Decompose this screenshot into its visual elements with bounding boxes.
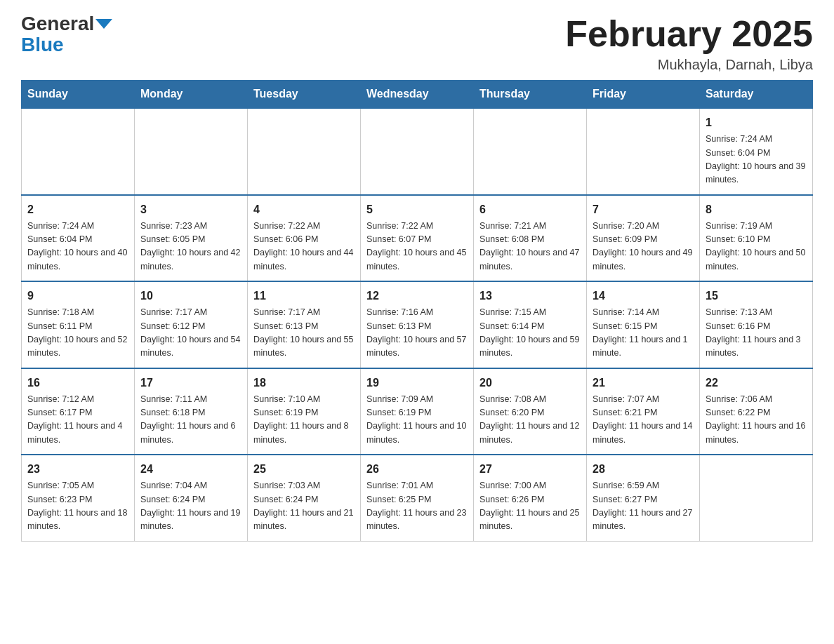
day-info: Sunrise: 7:11 AMSunset: 6:18 PMDaylight:… <box>140 393 241 448</box>
table-row <box>135 108 248 195</box>
day-info: Sunrise: 7:17 AMSunset: 6:13 PMDaylight:… <box>253 306 355 361</box>
table-row <box>361 108 474 195</box>
calendar-table: Sunday Monday Tuesday Wednesday Thursday… <box>21 80 813 542</box>
col-saturday: Saturday <box>700 81 813 109</box>
day-info: Sunrise: 6:59 AMSunset: 6:27 PMDaylight:… <box>593 479 694 534</box>
day-info: Sunrise: 7:00 AMSunset: 6:26 PMDaylight:… <box>479 479 581 534</box>
table-row: 11Sunrise: 7:17 AMSunset: 6:13 PMDayligh… <box>248 281 361 368</box>
col-thursday: Thursday <box>474 81 587 109</box>
day-number: 6 <box>479 201 581 218</box>
day-info: Sunrise: 7:14 AMSunset: 6:15 PMDaylight:… <box>593 306 694 361</box>
day-number: 19 <box>366 375 468 391</box>
day-info: Sunrise: 7:16 AMSunset: 6:13 PMDaylight:… <box>366 306 468 361</box>
day-number: 16 <box>27 375 128 391</box>
location-text: Mukhayla, Darnah, Libya <box>565 57 813 73</box>
day-number: 26 <box>366 461 468 478</box>
day-info: Sunrise: 7:12 AMSunset: 6:17 PMDaylight:… <box>27 393 128 448</box>
day-info: Sunrise: 7:10 AMSunset: 6:19 PMDaylight:… <box>253 393 355 448</box>
table-row: 8Sunrise: 7:19 AMSunset: 6:10 PMDaylight… <box>700 195 813 282</box>
table-row: 4Sunrise: 7:22 AMSunset: 6:06 PMDaylight… <box>248 195 361 282</box>
day-number: 11 <box>253 288 355 304</box>
table-row: 13Sunrise: 7:15 AMSunset: 6:14 PMDayligh… <box>474 281 587 368</box>
day-info: Sunrise: 7:07 AMSunset: 6:21 PMDaylight:… <box>593 393 694 448</box>
table-row: 19Sunrise: 7:09 AMSunset: 6:19 PMDayligh… <box>361 368 474 455</box>
table-row: 21Sunrise: 7:07 AMSunset: 6:21 PMDayligh… <box>587 368 700 455</box>
table-row: 15Sunrise: 7:13 AMSunset: 6:16 PMDayligh… <box>700 281 813 368</box>
table-row: 26Sunrise: 7:01 AMSunset: 6:25 PMDayligh… <box>361 455 474 541</box>
logo-arrow-icon <box>95 19 112 29</box>
calendar-header-row: Sunday Monday Tuesday Wednesday Thursday… <box>22 81 813 109</box>
month-title: February 2025 <box>565 14 813 54</box>
day-number: 22 <box>706 375 807 391</box>
day-number: 7 <box>593 201 694 218</box>
day-number: 2 <box>27 201 128 218</box>
table-row: 12Sunrise: 7:16 AMSunset: 6:13 PMDayligh… <box>361 281 474 368</box>
day-number: 20 <box>479 375 581 391</box>
day-number: 4 <box>253 201 355 218</box>
col-wednesday: Wednesday <box>361 81 474 109</box>
day-number: 28 <box>593 461 694 478</box>
day-info: Sunrise: 7:06 AMSunset: 6:22 PMDaylight:… <box>706 393 807 448</box>
table-row: 2Sunrise: 7:24 AMSunset: 6:04 PMDaylight… <box>22 195 135 282</box>
day-info: Sunrise: 7:08 AMSunset: 6:20 PMDaylight:… <box>479 393 581 448</box>
table-row: 3Sunrise: 7:23 AMSunset: 6:05 PMDaylight… <box>135 195 248 282</box>
table-row <box>248 108 361 195</box>
day-info: Sunrise: 7:13 AMSunset: 6:16 PMDaylight:… <box>706 306 807 361</box>
table-row <box>700 455 813 541</box>
day-number: 8 <box>706 201 807 218</box>
page-header: General Blue February 2025 Mukhayla, Dar… <box>21 14 813 73</box>
day-info: Sunrise: 7:17 AMSunset: 6:12 PMDaylight:… <box>140 306 241 361</box>
day-info: Sunrise: 7:21 AMSunset: 6:08 PMDaylight:… <box>479 220 581 274</box>
day-info: Sunrise: 7:15 AMSunset: 6:14 PMDaylight:… <box>479 306 581 361</box>
calendar-week-row: 2Sunrise: 7:24 AMSunset: 6:04 PMDaylight… <box>22 195 813 282</box>
day-number: 1 <box>706 114 807 131</box>
logo-main-text: General <box>21 14 112 34</box>
table-row: 1Sunrise: 7:24 AMSunset: 6:04 PMDaylight… <box>700 108 813 195</box>
table-row: 17Sunrise: 7:11 AMSunset: 6:18 PMDayligh… <box>135 368 248 455</box>
day-number: 25 <box>253 461 355 478</box>
table-row: 5Sunrise: 7:22 AMSunset: 6:07 PMDaylight… <box>361 195 474 282</box>
day-info: Sunrise: 7:24 AMSunset: 6:04 PMDaylight:… <box>27 220 128 274</box>
day-number: 14 <box>593 288 694 304</box>
day-info: Sunrise: 7:18 AMSunset: 6:11 PMDaylight:… <box>27 306 128 361</box>
table-row: 9Sunrise: 7:18 AMSunset: 6:11 PMDaylight… <box>22 281 135 368</box>
day-info: Sunrise: 7:05 AMSunset: 6:23 PMDaylight:… <box>27 479 128 534</box>
day-info: Sunrise: 7:23 AMSunset: 6:05 PMDaylight:… <box>140 220 241 274</box>
calendar-week-row: 23Sunrise: 7:05 AMSunset: 6:23 PMDayligh… <box>22 455 813 541</box>
table-row: 24Sunrise: 7:04 AMSunset: 6:24 PMDayligh… <box>135 455 248 541</box>
day-number: 24 <box>140 461 241 478</box>
day-info: Sunrise: 7:04 AMSunset: 6:24 PMDaylight:… <box>140 479 241 534</box>
table-row <box>474 108 587 195</box>
day-number: 12 <box>366 288 468 304</box>
col-sunday: Sunday <box>22 81 135 109</box>
day-info: Sunrise: 7:09 AMSunset: 6:19 PMDaylight:… <box>366 393 468 448</box>
table-row: 28Sunrise: 6:59 AMSunset: 6:27 PMDayligh… <box>587 455 700 541</box>
day-number: 13 <box>479 288 581 304</box>
day-number: 15 <box>706 288 807 304</box>
col-friday: Friday <box>587 81 700 109</box>
day-number: 23 <box>27 461 128 478</box>
day-info: Sunrise: 7:22 AMSunset: 6:06 PMDaylight:… <box>253 220 355 274</box>
table-row: 18Sunrise: 7:10 AMSunset: 6:19 PMDayligh… <box>248 368 361 455</box>
calendar-week-row: 16Sunrise: 7:12 AMSunset: 6:17 PMDayligh… <box>22 368 813 455</box>
logo: General Blue <box>21 14 112 55</box>
col-monday: Monday <box>135 81 248 109</box>
day-info: Sunrise: 7:20 AMSunset: 6:09 PMDaylight:… <box>593 220 694 274</box>
day-number: 5 <box>366 201 468 218</box>
day-info: Sunrise: 7:19 AMSunset: 6:10 PMDaylight:… <box>706 220 807 274</box>
table-row <box>22 108 135 195</box>
day-number: 3 <box>140 201 241 218</box>
table-row: 14Sunrise: 7:14 AMSunset: 6:15 PMDayligh… <box>587 281 700 368</box>
day-info: Sunrise: 7:03 AMSunset: 6:24 PMDaylight:… <box>253 479 355 534</box>
day-info: Sunrise: 7:22 AMSunset: 6:07 PMDaylight:… <box>366 220 468 274</box>
table-row: 7Sunrise: 7:20 AMSunset: 6:09 PMDaylight… <box>587 195 700 282</box>
logo-sub-text: Blue <box>21 35 64 55</box>
calendar-week-row: 1Sunrise: 7:24 AMSunset: 6:04 PMDaylight… <box>22 108 813 195</box>
table-row: 25Sunrise: 7:03 AMSunset: 6:24 PMDayligh… <box>248 455 361 541</box>
table-row: 6Sunrise: 7:21 AMSunset: 6:08 PMDaylight… <box>474 195 587 282</box>
table-row <box>587 108 700 195</box>
table-row: 22Sunrise: 7:06 AMSunset: 6:22 PMDayligh… <box>700 368 813 455</box>
day-number: 17 <box>140 375 241 391</box>
day-number: 9 <box>27 288 128 304</box>
table-row: 10Sunrise: 7:17 AMSunset: 6:12 PMDayligh… <box>135 281 248 368</box>
